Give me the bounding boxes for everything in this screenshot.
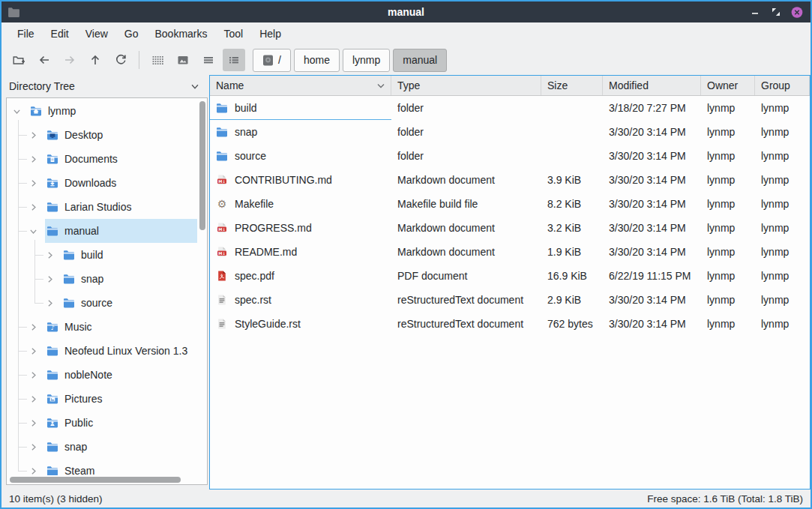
tree-item-steam[interactable]: Steam <box>7 459 197 475</box>
file-row-build[interactable]: buildfolder3/18/20 7:27 PMlynmplynmp <box>210 96 810 120</box>
chevron-right-icon[interactable] <box>28 321 45 333</box>
detailed-list-view-button[interactable] <box>223 49 245 71</box>
tree-item-snap[interactable]: snap <box>7 267 197 291</box>
chevron-right-icon[interactable] <box>28 345 45 357</box>
chevron-right-icon[interactable] <box>28 465 45 475</box>
path-segment-manual[interactable]: manual <box>393 49 447 72</box>
back-button[interactable] <box>33 49 55 71</box>
file-row-snap[interactable]: snapfolder3/30/20 3:14 PMlynmplynmp <box>210 120 810 144</box>
free-space-status: Free space: 1.6 TiB (Total: 1.8 TiB) <box>647 493 803 505</box>
chevron-right-icon[interactable] <box>28 201 45 213</box>
chevron-right-icon[interactable] <box>45 249 61 261</box>
forward-button[interactable] <box>58 49 81 71</box>
up-icon <box>88 53 102 67</box>
chevron-down-icon[interactable] <box>190 81 200 91</box>
chevron-right-icon[interactable] <box>45 297 61 309</box>
cell-group: lynmp <box>755 192 810 216</box>
path-segment-home[interactable]: home <box>294 49 340 72</box>
menu-tool[interactable]: Tool <box>216 25 252 43</box>
menu-help[interactable]: Help <box>251 25 289 43</box>
menu-view[interactable]: View <box>77 25 116 43</box>
tree-item-snap[interactable]: snap <box>7 435 197 459</box>
folder-icon <box>216 102 228 114</box>
new-tab-button[interactable] <box>7 49 30 71</box>
minimize-button[interactable] <box>749 6 761 18</box>
column-header-owner[interactable]: Owner <box>701 76 755 95</box>
tree-item-larian-studios[interactable]: Larian Studios <box>7 195 197 219</box>
cell-modified: 3/30/20 3:14 PM <box>603 168 701 192</box>
chevron-right-icon[interactable] <box>28 177 45 189</box>
window-folder-icon <box>7 7 20 18</box>
tree-horizontal-scrollbar[interactable] <box>10 477 181 483</box>
thumbnail-view-button[interactable] <box>172 49 194 71</box>
folder-icon <box>46 345 58 357</box>
column-header-size[interactable]: Size <box>541 76 603 95</box>
path-segment-root[interactable]: / <box>253 49 291 72</box>
tree-item-pictures[interactable]: Pictures <box>7 387 197 411</box>
chevron-right-icon[interactable] <box>28 393 45 405</box>
tree-item-label: manual <box>64 225 99 237</box>
column-header-group[interactable]: Group <box>755 76 810 95</box>
titlebar[interactable]: manual <box>1 1 811 22</box>
chevron-expanded-icon[interactable] <box>28 225 45 237</box>
column-header-type[interactable]: Type <box>391 76 541 95</box>
file-name: spec.pdf <box>235 270 274 282</box>
chevron-right-icon[interactable] <box>45 273 61 285</box>
cell-owner: lynmp <box>701 144 755 168</box>
column-header-name[interactable]: Name <box>210 76 391 95</box>
svg-text:M↓: M↓ <box>218 251 226 256</box>
file-row-spec-rst[interactable]: spec.rstreStructuredText document2.9 KiB… <box>210 288 810 312</box>
cell-modified: 3/30/20 3:14 PM <box>603 192 701 216</box>
new-tab-icon <box>12 53 25 67</box>
menu-edit[interactable]: Edit <box>43 25 77 43</box>
chevron-right-icon[interactable] <box>28 417 45 429</box>
cell-owner: lynmp <box>701 288 755 312</box>
up-button[interactable] <box>84 49 106 71</box>
menu-bookmarks[interactable]: Bookmarks <box>146 25 215 43</box>
file-row-styleguide-rst[interactable]: StyleGuide.rstreStructuredText document7… <box>210 312 810 336</box>
file-row-spec-pdf[interactable]: spec.pdfPDF document16.9 KiB6/22/19 11:1… <box>210 264 810 288</box>
tree-item-neofeud-linux-version-1-3[interactable]: Neofeud Linux Version 1.3 <box>7 339 197 363</box>
cell-group: lynmp <box>755 144 810 168</box>
tree-item-downloads[interactable]: Downloads <box>7 171 197 195</box>
compact-view-button[interactable] <box>197 49 220 71</box>
restore-button[interactable] <box>770 6 782 18</box>
tree-item-manual[interactable]: manual <box>7 219 197 243</box>
file-row-source[interactable]: sourcefolder3/30/20 3:14 PMlynmplynmp <box>210 144 810 168</box>
chevron-right-icon[interactable] <box>28 153 45 165</box>
refresh-button[interactable] <box>109 49 132 71</box>
file-list-header: NameTypeSizeModifiedOwnerGroup <box>210 76 810 96</box>
tree-item-source[interactable]: source <box>7 291 197 315</box>
path-segment-lynmp[interactable]: lynmp <box>343 49 390 72</box>
tree-item-public[interactable]: Public <box>7 411 197 435</box>
file-row-progress-md[interactable]: M↓PROGRESS.mdMarkdown document3.2 KiB3/3… <box>210 216 810 240</box>
tree-vertical-scrollbar[interactable] <box>199 101 205 230</box>
sidebar-pane-selector[interactable]: Directory Tree <box>1 75 209 97</box>
chevron-right-icon[interactable] <box>28 441 45 453</box>
close-button[interactable] <box>791 6 803 18</box>
chevron-right-icon[interactable] <box>28 129 45 141</box>
menu-file[interactable]: File <box>9 25 43 43</box>
chevron-expanded-icon[interactable] <box>12 105 28 117</box>
chevron-right-icon[interactable] <box>28 369 45 381</box>
tree-item-label: Desktop <box>64 129 103 141</box>
tree-item-music[interactable]: ♪Music <box>7 315 197 339</box>
tree-item-desktop[interactable]: Desktop <box>7 123 197 147</box>
file-row-readme-md[interactable]: M↓README.mdMarkdown document1.9 KiB3/30/… <box>210 240 810 264</box>
file-row-contributing-md[interactable]: M↓CONTRIBUTING.mdMarkdown document3.9 Ki… <box>210 168 810 192</box>
column-header-modified[interactable]: Modified <box>603 76 701 95</box>
sort-desc-icon <box>377 83 385 88</box>
tree-item-lynmp[interactable]: lynmp <box>7 99 197 123</box>
tree-item-documents[interactable]: Documents <box>7 147 197 171</box>
cell-group: lynmp <box>755 120 810 144</box>
file-row-makefile[interactable]: ⚙MakefileMakefile build file8.2 KiB3/30/… <box>210 192 810 216</box>
tree-item-noblenote[interactable]: nobleNote <box>7 363 197 387</box>
icon-view-button[interactable] <box>146 49 169 71</box>
cell-name: StyleGuide.rst <box>210 312 391 336</box>
cell-name: M↓PROGRESS.md <box>210 216 391 240</box>
tree-item-build[interactable]: build <box>7 243 197 267</box>
tree-item-label: Pictures <box>64 393 103 405</box>
menu-go[interactable]: Go <box>116 25 147 43</box>
cell-type: Markdown document <box>391 240 541 264</box>
cell-size: 762 bytes <box>541 312 603 336</box>
